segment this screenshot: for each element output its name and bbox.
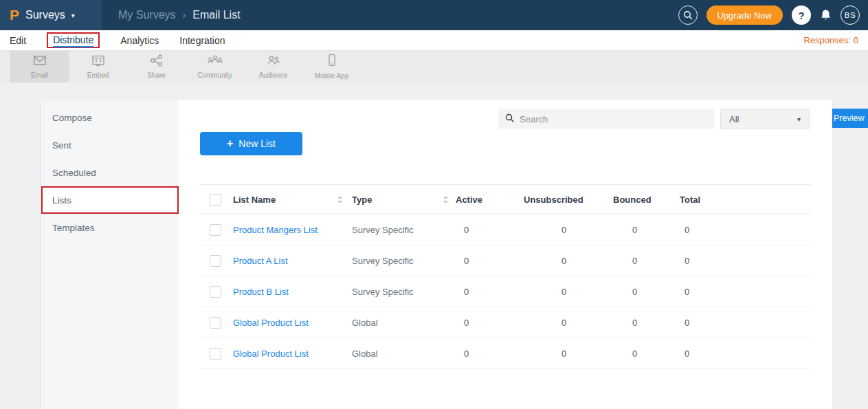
sidebar-item-label: Sent <box>52 140 71 151</box>
embed-icon <box>91 54 106 69</box>
column-header-bounced: Bounced <box>613 195 680 205</box>
mobile-app-icon <box>327 54 337 70</box>
channel-share[interactable]: Share <box>127 51 186 82</box>
row-checkbox[interactable] <box>210 286 221 298</box>
sidebar-item-compose[interactable]: Compose <box>41 104 179 131</box>
list-name-link[interactable]: Product A List <box>233 256 288 266</box>
responses-count[interactable]: Responses: 0 <box>804 35 859 45</box>
tab-distribute-label: Distribute <box>53 34 93 47</box>
select-all-checkbox[interactable] <box>210 194 221 206</box>
table-row: Product A List Survey Specific 0 0 0 0 <box>200 245 811 276</box>
search-icon[interactable] <box>678 5 698 25</box>
questionpro-logo-icon: P <box>10 7 19 23</box>
table-row: Global Product List Global 0 0 0 0 <box>200 307 811 338</box>
tab-analytics[interactable]: Analytics <box>120 35 159 46</box>
total-count: 0 <box>680 318 811 328</box>
channel-label: Audience <box>259 71 288 79</box>
breadcrumb-separator-icon: › <box>183 10 186 21</box>
channel-label: Embed <box>87 71 109 79</box>
sidebar-item-scheduled[interactable]: Scheduled <box>41 159 179 186</box>
active-count: 0 <box>456 225 524 235</box>
breadcrumb-current: Email List <box>192 9 240 21</box>
total-count: 0 <box>680 225 811 235</box>
unsubscribed-count: 0 <box>524 318 613 328</box>
app-header: P Surveys ▾ My Surveys › Email List Upgr… <box>0 0 868 30</box>
upgrade-now-button[interactable]: Upgrade Now <box>706 5 783 25</box>
new-list-label: New List <box>238 138 276 149</box>
channel-community[interactable]: Community <box>186 51 244 82</box>
lists-panel: All ▾ + New List List Name Type Active U… <box>179 100 832 409</box>
sidebar-item-label: Scheduled <box>52 168 96 178</box>
sidebar-item-label: Templates <box>52 223 95 233</box>
channel-mobile-app[interactable]: Mobile App <box>302 51 361 82</box>
user-avatar[interactable]: BS <box>841 5 860 25</box>
help-button[interactable]: ? <box>792 5 811 25</box>
channel-embed[interactable]: Embed <box>69 51 127 82</box>
row-checkbox[interactable] <box>210 348 221 360</box>
active-count: 0 <box>456 318 524 328</box>
breadcrumb-my-surveys[interactable]: My Surveys <box>118 9 176 21</box>
table-row: Product Mangers List Survey Specific 0 0… <box>200 214 811 245</box>
bounced-count: 0 <box>613 318 680 328</box>
list-type: Survey Specific <box>352 225 414 235</box>
share-icon <box>150 54 164 69</box>
chevron-down-icon: ▾ <box>797 115 801 123</box>
unsubscribed-count: 0 <box>524 349 613 359</box>
active-count: 0 <box>456 287 524 297</box>
plus-icon: + <box>227 137 233 150</box>
tab-edit[interactable]: Edit <box>10 35 26 46</box>
bounced-count: 0 <box>613 349 680 359</box>
sort-icon[interactable] <box>443 195 449 204</box>
email-icon <box>32 54 47 69</box>
channel-email[interactable]: Email <box>10 51 69 82</box>
filter-value: All <box>729 114 739 124</box>
product-label: Surveys <box>25 9 65 21</box>
table-row: Global Product List Global 0 0 0 0 <box>200 338 811 369</box>
sidebar-item-sent[interactable]: Sent <box>41 131 179 159</box>
distribute-toolbar: Email Embed Share Community Audience Mob… <box>0 51 868 82</box>
community-icon <box>207 54 223 69</box>
list-name-link[interactable]: Global Product List <box>233 349 309 359</box>
column-header-unsubscribed: Unsubscribed <box>524 195 613 205</box>
bounced-count: 0 <box>613 256 680 266</box>
list-type: Global <box>352 349 378 359</box>
list-name-link[interactable]: Product B List <box>233 287 289 297</box>
sidebar-item-templates[interactable]: Templates <box>41 214 179 241</box>
header-actions: Upgrade Now ? BS <box>678 5 868 25</box>
sort-icon[interactable] <box>337 195 343 204</box>
column-header-total: Total <box>680 195 811 205</box>
column-header-list-name[interactable]: List Name <box>232 195 350 205</box>
column-header-active: Active <box>456 195 524 205</box>
audience-icon <box>266 54 281 69</box>
column-header-type[interactable]: Type <box>350 195 456 205</box>
email-lists-table: List Name Type Active Unsubscribed Bounc… <box>200 184 811 369</box>
total-count: 0 <box>680 349 811 359</box>
active-count: 0 <box>456 256 524 266</box>
notifications-bell-icon[interactable] <box>820 9 832 21</box>
list-type-filter-dropdown[interactable]: All ▾ <box>720 109 810 129</box>
list-name-link[interactable]: Product Mangers List <box>233 225 318 235</box>
lists-search-box <box>498 109 715 129</box>
breadcrumb: My Surveys › Email List <box>118 9 241 21</box>
active-count: 0 <box>456 349 524 359</box>
list-type: Survey Specific <box>352 287 414 297</box>
unsubscribed-count: 0 <box>524 225 613 235</box>
tab-distribute[interactable]: Distribute <box>47 32 100 48</box>
unsubscribed-count: 0 <box>524 256 613 266</box>
product-switcher[interactable]: P Surveys ▾ <box>0 0 102 30</box>
row-checkbox[interactable] <box>210 224 221 236</box>
row-checkbox[interactable] <box>210 255 221 267</box>
row-checkbox[interactable] <box>210 317 221 329</box>
preview-label: Preview <box>834 113 864 123</box>
chevron-down-icon: ▾ <box>71 12 75 19</box>
new-list-button[interactable]: + New List <box>200 132 302 155</box>
sidebar-item-lists[interactable]: Lists <box>41 186 179 214</box>
tab-integration[interactable]: Integration <box>179 35 225 46</box>
sidebar-item-label: Compose <box>52 113 92 123</box>
survey-nav: Edit Distribute Analytics Integration Re… <box>0 30 868 51</box>
search-input[interactable] <box>520 114 708 124</box>
channel-audience[interactable]: Audience <box>244 51 302 82</box>
channel-label: Mobile App <box>315 72 348 80</box>
email-side-menu: Compose Sent Scheduled Lists Templates <box>41 100 179 409</box>
list-name-link[interactable]: Global Product List <box>233 318 309 328</box>
